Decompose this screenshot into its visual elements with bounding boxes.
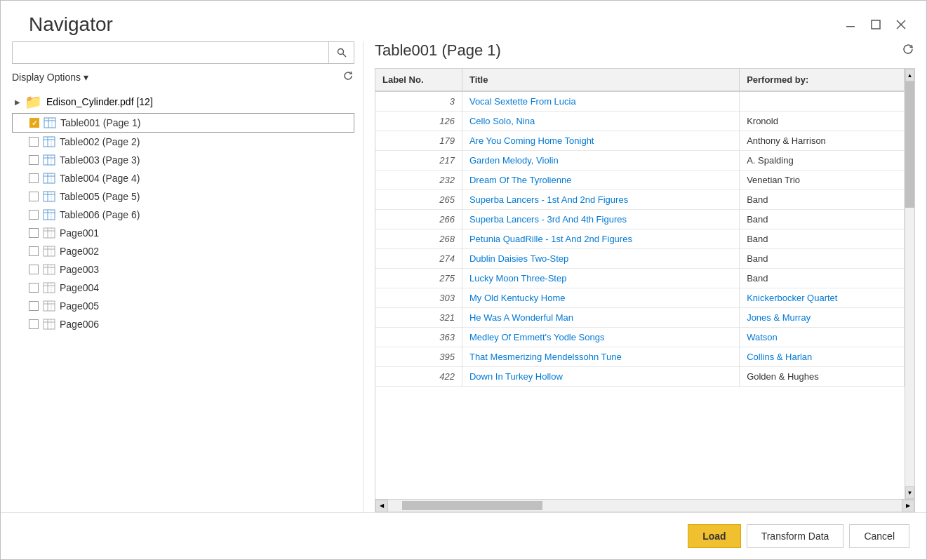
scroll-left-button[interactable]: ◀ [375,500,388,512]
tree-item[interactable]: Page001 [12,224,354,242]
tree-item-checkbox[interactable] [29,173,39,183]
refresh-button[interactable] [342,69,354,85]
table-row: 363Medley Of Emmett's Yodle SongsWatson [375,328,905,347]
tree-item[interactable]: Page003 [12,260,354,279]
tree-item[interactable]: Page005 [12,297,354,315]
tree-item[interactable]: Page002 [12,242,354,260]
svg-rect-34 [44,246,55,256]
tree-item[interactable]: Table003 (Page 3) [12,151,354,169]
cell-title[interactable]: Dream Of The Tyrolienne [462,171,739,190]
cell-title[interactable]: Cello Solo, Nina [462,112,739,131]
table-row: 232Dream Of The TyrolienneVenetian Trio [375,171,905,190]
cell-performer: A. Spalding [740,151,905,171]
svg-rect-30 [44,228,55,238]
load-button[interactable]: Load [688,524,740,548]
tree-item[interactable]: Table002 (Page 2) [12,133,354,151]
scroll-thumb[interactable] [905,81,914,208]
tree-item-checkbox[interactable] [29,246,39,256]
tree-item-checkbox[interactable] [29,265,39,274]
svg-rect-26 [44,210,55,220]
tree-item-checkbox[interactable] [29,210,39,220]
transform-data-button[interactable]: Transform Data [747,524,844,548]
vertical-scrollbar[interactable]: ▲ ▼ [905,69,914,499]
tree-item-checkbox[interactable] [29,319,39,329]
tree-item[interactable]: Page004 [12,279,354,297]
page-icon [43,227,55,239]
preview-refresh-button[interactable] [901,42,915,59]
cell-label-no: 395 [375,347,462,367]
tree-item-label: Page001 [60,227,99,239]
cell-title[interactable]: Are You Coming Home Tonight [462,131,739,151]
minimize-button[interactable] [842,16,859,33]
cell-label-no: 232 [375,171,462,190]
tree-item[interactable]: Table005 (Page 5) [12,187,354,206]
cell-title[interactable]: That Mesmerizing Mendelssohn Tune [462,347,739,367]
tree-item[interactable]: Table001 (Page 1) [12,113,354,133]
search-button[interactable] [328,42,354,63]
col-header-label-no: Label No. [375,69,462,91]
cell-performer: Venetian Trio [740,171,905,190]
tree-item-checkbox[interactable] [29,192,39,201]
cell-title[interactable]: Superba Lancers - 3rd And 4th Figures [462,210,739,229]
cell-title[interactable]: Petunia QuadRille - 1st And 2nd Figures [462,229,739,249]
tree-item-label: Table002 (Page 2) [60,136,140,147]
tree-item-checkbox[interactable] [29,118,39,128]
tree-item-label: Page004 [60,282,99,293]
cell-title[interactable]: Dublin Daisies Two-Step [462,249,739,269]
svg-rect-18 [44,173,55,183]
cell-title[interactable]: Garden Melody, Violin [462,151,739,171]
tree-area[interactable]: ▶ 📁 Edison_Cylinder.pdf [12] Table001 (P… [12,91,354,512]
tree-item[interactable]: Page006 [12,315,354,333]
cell-performer [740,91,905,112]
svg-rect-6 [44,118,55,128]
svg-rect-14 [44,155,55,165]
scroll-right-button[interactable]: ▶ [902,500,914,512]
cancel-button[interactable]: Cancel [849,524,909,548]
cell-title[interactable]: He Was A Wonderful Man [462,308,739,328]
cell-label-no: 217 [375,151,462,171]
table-icon [43,154,55,166]
display-options-row: Display Options ▾ [12,69,354,85]
title-bar: Navigator [1,1,926,41]
svg-rect-1 [872,20,880,29]
cell-title[interactable]: Superba Lancers - 1st And 2nd Figures [462,190,739,210]
svg-rect-0 [846,26,855,27]
h-scroll-track[interactable] [388,500,902,512]
page-icon [43,246,55,257]
folder-item[interactable]: ▶ 📁 Edison_Cylinder.pdf [12] [12,91,354,113]
close-button[interactable] [893,16,909,33]
tree-item-checkbox[interactable] [29,283,39,293]
tree-item[interactable]: Table006 (Page 6) [12,206,354,224]
scroll-up-button[interactable]: ▲ [905,69,914,81]
cell-title[interactable]: Down In Turkey Hollow [462,367,739,387]
search-input[interactable] [13,42,328,63]
dropdown-icon: ▾ [84,72,88,83]
tree-item-checkbox[interactable] [29,155,39,165]
scroll-down-button[interactable]: ▼ [905,486,914,499]
cell-title[interactable]: My Old Kentucky Home [462,288,739,308]
table-row: 3Vocal Sextette From Lucia [375,91,905,112]
svg-rect-22 [44,192,55,201]
tree-item-checkbox[interactable] [29,228,39,238]
tree-item-checkbox[interactable] [29,301,39,311]
horizontal-scrollbar[interactable]: ◀ ▶ [375,499,914,512]
table-row: 422Down In Turkey HollowGolden & Hughes [375,367,905,387]
right-panel: Table001 (Page 1) [363,41,915,512]
scroll-track[interactable] [905,81,914,486]
maximize-button[interactable] [867,16,884,33]
table-row: 275Lucky Moon Three-StepBand [375,269,905,288]
table-icon [44,117,56,128]
h-scroll-thumb[interactable] [402,501,542,510]
cell-title[interactable]: Medley Of Emmett's Yodle Songs [462,328,739,347]
cell-label-no: 321 [375,308,462,328]
tree-item[interactable]: Table004 (Page 4) [12,169,354,187]
cell-label-no: 303 [375,288,462,308]
cell-title[interactable]: Lucky Moon Three-Step [462,269,739,288]
cell-title[interactable]: Vocal Sextette From Lucia [462,91,739,112]
svg-rect-42 [44,283,55,293]
display-options-button[interactable]: Display Options ▾ [12,72,88,83]
col-header-performed: Performed by: [740,69,905,91]
table-scroll-inner[interactable]: Label No. Title Performed by: 3Vocal Sex… [375,69,905,499]
tree-item-checkbox[interactable] [29,137,39,147]
tree-item-label: Table005 (Page 5) [60,191,140,202]
